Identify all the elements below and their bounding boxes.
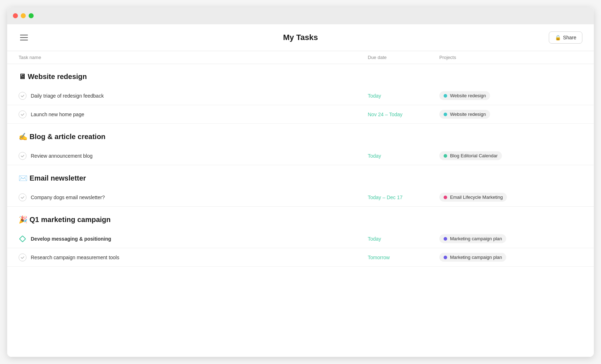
task-name-cell: Company dogs email newsletter?	[19, 193, 368, 201]
project-name: Website redesign	[450, 93, 486, 98]
section-blog-article: ✍️ Blog & article creation Review announ…	[7, 124, 594, 165]
minimize-button[interactable]	[21, 13, 26, 18]
table-row[interactable]: Daily triage of redesign feedbackTodayWe…	[7, 87, 594, 105]
task-name-cell: Review announcement blog	[19, 152, 368, 160]
column-task-name: Task name	[19, 55, 368, 60]
task-due-date: Today	[368, 153, 439, 159]
task-due-date: Today – Dec 17	[368, 195, 439, 200]
task-project-cell: Website redesign	[439, 110, 554, 119]
project-badge[interactable]: Blog Editorial Calendar	[439, 151, 502, 160]
project-badge[interactable]: Marketing campaign plan	[439, 253, 506, 262]
task-checkbox[interactable]	[19, 254, 26, 261]
app-window: My Tasks 🔒 Share Task name Due date Proj…	[7, 7, 594, 357]
project-name: Website redesign	[450, 112, 486, 117]
project-badge[interactable]: Website redesign	[439, 110, 490, 119]
diamond-icon	[19, 235, 26, 243]
project-color-dot	[444, 237, 447, 241]
project-color-dot	[444, 94, 447, 98]
task-checkbox[interactable]	[19, 193, 26, 201]
task-project-cell: Marketing campaign plan	[439, 253, 554, 262]
task-name-text: Research campaign measurement tools	[31, 255, 119, 260]
task-name-cell: Launch new home page	[19, 110, 368, 118]
section-website-redesign: 🖥 Website redesign Daily triage of redes…	[7, 64, 594, 124]
project-name: Email Lifecycle Marketing	[450, 195, 503, 200]
share-button[interactable]: 🔒 Share	[549, 31, 582, 44]
task-project-cell: Website redesign	[439, 91, 554, 100]
task-name-text: Company dogs email newsletter?	[31, 195, 105, 200]
task-project-cell: Marketing campaign plan	[439, 234, 554, 243]
section-header-website-redesign: 🖥 Website redesign	[7, 64, 594, 87]
section-header-blog-article: ✍️ Blog & article creation	[7, 124, 594, 147]
project-color-dot	[444, 113, 447, 116]
task-project-cell: Email Lifecycle Marketing	[439, 193, 554, 202]
tasks-content: 🖥 Website redesign Daily triage of redes…	[7, 64, 594, 267]
project-color-dot	[444, 256, 447, 259]
task-name-text: Daily triage of redesign feedback	[31, 93, 104, 99]
task-project-cell: Blog Editorial Calendar	[439, 151, 554, 160]
app-content: My Tasks 🔒 Share Task name Due date Proj…	[7, 24, 594, 357]
project-name: Blog Editorial Calendar	[450, 153, 498, 158]
table-row[interactable]: Launch new home pageNov 24 – TodayWebsit…	[7, 105, 594, 124]
project-badge[interactable]: Website redesign	[439, 91, 490, 100]
section-email-newsletter: ✉️ Email newsletter Company dogs email n…	[7, 165, 594, 207]
menu-button[interactable]	[19, 33, 29, 42]
task-name-cell: Research campaign measurement tools	[19, 254, 368, 261]
project-name: Marketing campaign plan	[450, 236, 502, 241]
project-color-dot	[444, 196, 447, 199]
task-name-cell: Develop messaging & positioning	[19, 235, 368, 243]
table-header: Task name Due date Projects	[7, 51, 594, 64]
column-extra	[554, 55, 582, 60]
task-checkbox[interactable]	[19, 152, 26, 160]
section-header-q1-marketing: 🎉 Q1 marketing campaign	[7, 207, 594, 230]
table-row[interactable]: Develop messaging & positioningTodayMark…	[7, 230, 594, 248]
task-checkbox[interactable]	[19, 92, 26, 100]
project-badge[interactable]: Marketing campaign plan	[439, 234, 506, 243]
task-due-date: Tomorrow	[368, 255, 439, 260]
task-name-text: Launch new home page	[31, 112, 84, 117]
traffic-lights	[13, 13, 34, 18]
project-color-dot	[444, 154, 447, 158]
page-title: My Tasks	[283, 33, 318, 42]
task-due-date: Today	[368, 93, 439, 99]
table-row[interactable]: Review announcement blogTodayBlog Editor…	[7, 147, 594, 165]
column-due-date: Due date	[368, 55, 439, 60]
task-checkbox[interactable]	[19, 110, 26, 118]
table-row[interactable]: Research campaign measurement toolsTomor…	[7, 248, 594, 267]
column-projects: Projects	[439, 55, 554, 60]
page-header: My Tasks 🔒 Share	[7, 24, 594, 51]
close-button[interactable]	[13, 13, 18, 18]
project-badge[interactable]: Email Lifecycle Marketing	[439, 193, 507, 202]
section-q1-marketing: 🎉 Q1 marketing campaignDevelop messaging…	[7, 207, 594, 267]
project-name: Marketing campaign plan	[450, 255, 502, 260]
titlebar	[7, 7, 594, 24]
task-due-date: Nov 24 – Today	[368, 112, 439, 117]
section-header-email-newsletter: ✉️ Email newsletter	[7, 165, 594, 188]
lock-icon: 🔒	[555, 35, 561, 40]
task-due-date: Today	[368, 236, 439, 242]
task-name-text: Review announcement blog	[31, 153, 93, 159]
task-name-cell: Daily triage of redesign feedback	[19, 92, 368, 100]
table-row[interactable]: Company dogs email newsletter?Today – De…	[7, 188, 594, 207]
maximize-button[interactable]	[29, 13, 34, 18]
task-name-text: Develop messaging & positioning	[31, 236, 111, 242]
